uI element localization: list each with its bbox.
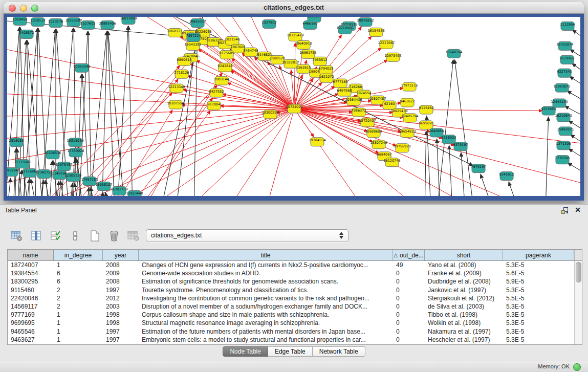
graph-node[interactable]: 16648794 bbox=[445, 49, 462, 58]
graph-node[interactable]: 6379197 bbox=[453, 142, 468, 151]
close-panel-icon[interactable]: ✕ bbox=[575, 206, 581, 214]
graph-edge[interactable] bbox=[117, 26, 128, 196]
graph-node[interactable]: 16154838 bbox=[367, 28, 384, 36]
graph-edge[interactable] bbox=[186, 112, 291, 196]
graph-node[interactable]: 20206536 bbox=[44, 150, 61, 159]
graph-node[interactable]: 9215953 bbox=[541, 106, 556, 115]
graph-node[interactable]: 19218986 bbox=[336, 25, 353, 34]
graph-edge[interactable] bbox=[227, 113, 292, 196]
graph-node[interactable]: 20364436 bbox=[345, 97, 362, 105]
graph-node[interactable]: 16120746 bbox=[383, 158, 400, 167]
table-row[interactable]: 1872400712008Changes of HCN gene express… bbox=[8, 261, 574, 269]
graph-node[interactable]: 391594 bbox=[7, 168, 18, 177]
column-header-out_de[interactable]: △out_de... bbox=[393, 250, 425, 260]
window-titlebar[interactable]: citations_edges.txt bbox=[4, 2, 584, 14]
graph-node[interactable]: 18724007 bbox=[286, 104, 302, 113]
graph-node[interactable]: 17359928 bbox=[67, 148, 84, 157]
graph-edge[interactable] bbox=[7, 178, 11, 196]
graph-node[interactable]: 2516085 bbox=[9, 138, 24, 147]
graph-node[interactable]: 9129966 bbox=[560, 55, 575, 64]
graph-edge[interactable] bbox=[572, 63, 580, 75]
graph-edge[interactable] bbox=[294, 43, 295, 104]
graph-edge[interactable] bbox=[298, 82, 322, 105]
table-row[interactable]: 1938455462009Genome-wide association stu… bbox=[8, 269, 574, 277]
graph-node[interactable]: 10975487 bbox=[55, 162, 72, 171]
combo-stepper-icon[interactable] bbox=[339, 231, 344, 239]
graph-edge[interactable] bbox=[7, 109, 290, 117]
graph-node[interactable]: 20891406 bbox=[99, 20, 116, 29]
graph-edge[interactable] bbox=[297, 113, 365, 196]
graph-node[interactable]: 1821546 bbox=[225, 36, 240, 45]
table-row[interactable]: 911546021997Tourette syndrome. Phenomeno… bbox=[8, 286, 574, 294]
graph-node[interactable]: 62160 bbox=[383, 101, 396, 110]
table-row[interactable]: 946362711997Embryonic stem cells: a mode… bbox=[8, 336, 574, 344]
table-row[interactable]: 969969511998Structural magnetic resonanc… bbox=[8, 319, 574, 327]
vertical-scrollbar[interactable] bbox=[574, 261, 582, 344]
graph-edge[interactable] bbox=[569, 149, 580, 161]
graph-edge[interactable] bbox=[546, 117, 549, 196]
graph-node[interactable]: 9358923 bbox=[442, 135, 456, 144]
graph-edge[interactable] bbox=[71, 62, 187, 196]
network-view[interactable]: 1872400718300295193845548860123891295418… bbox=[7, 17, 580, 196]
graph-node[interactable]: 8813054 bbox=[307, 17, 322, 22]
graph-node[interactable]: 18325419 bbox=[287, 32, 303, 41]
graph-node[interactable]: 19654923 bbox=[399, 129, 416, 138]
graph-node[interactable]: 12213987 bbox=[378, 40, 395, 49]
column-header-in_degree[interactable]: in_degree bbox=[54, 250, 103, 260]
graph-node[interactable]: 7857224 bbox=[186, 33, 201, 41]
graph-node[interactable]: 1527602 bbox=[81, 20, 96, 29]
graph-edge[interactable] bbox=[298, 86, 335, 106]
graph-node[interactable]: 6497568 bbox=[337, 87, 352, 96]
graph-edge[interactable] bbox=[86, 187, 89, 196]
graph-node[interactable]: 9463627 bbox=[400, 98, 415, 107]
modify-table-icon[interactable] bbox=[10, 229, 24, 243]
float-panel-icon[interactable] bbox=[561, 207, 569, 213]
graph-node[interactable]: 1271306 bbox=[556, 141, 571, 150]
select-rows-icon[interactable] bbox=[49, 229, 62, 243]
graph-node[interactable]: 8427552 bbox=[209, 89, 224, 97]
graph-edge[interactable] bbox=[461, 152, 465, 196]
graph-node[interactable]: 6794028 bbox=[319, 65, 334, 74]
column-header-title[interactable]: title bbox=[139, 250, 393, 260]
graph-node[interactable]: 1000458 bbox=[13, 17, 28, 25]
graph-node[interactable]: 2223176 bbox=[49, 18, 63, 27]
scrollbar-thumb[interactable] bbox=[576, 262, 581, 282]
graph-edge[interactable] bbox=[27, 179, 29, 196]
graph-edge[interactable] bbox=[299, 110, 580, 145]
graph-node[interactable]: 18300295 bbox=[262, 110, 278, 119]
delete-table-icon[interactable] bbox=[107, 229, 121, 243]
graph-node[interactable]: 12213349 bbox=[168, 84, 185, 93]
graph-node[interactable]: 16782759 bbox=[111, 187, 127, 195]
column-header-pagerank[interactable]: pagerank bbox=[503, 250, 574, 260]
graph-node[interactable]: 12444194 bbox=[551, 99, 568, 107]
graph-node[interactable]: 17973115 bbox=[401, 82, 418, 91]
graph-node[interactable]: 9890615 bbox=[177, 57, 192, 65]
graph-node[interactable]: 16210643 bbox=[555, 113, 572, 122]
graph-node[interactable]: 18640910 bbox=[295, 40, 312, 49]
column-header-name[interactable]: name bbox=[8, 250, 54, 260]
graph-edge[interactable] bbox=[567, 91, 580, 103]
graph-edge[interactable] bbox=[145, 112, 291, 196]
tab-network-table[interactable]: Network Table bbox=[313, 346, 365, 357]
graph-node[interactable]: 10688609 bbox=[365, 129, 382, 138]
graph-node[interactable]: 12923448 bbox=[126, 191, 143, 196]
graph-edge[interactable] bbox=[449, 145, 452, 196]
graph-node[interactable]: 19384554 bbox=[309, 138, 325, 146]
show-columns-icon[interactable] bbox=[30, 229, 43, 243]
graph-edge[interactable] bbox=[573, 30, 580, 41]
graph-node[interactable]: 12093872 bbox=[553, 83, 570, 92]
table-row[interactable]: 1456911722003Disruption of a novel membe… bbox=[8, 302, 574, 311]
graph-node[interactable]: 2405572 bbox=[19, 30, 34, 38]
graph-node[interactable]: 10553287 bbox=[65, 17, 82, 26]
column-header-year[interactable]: year bbox=[103, 250, 139, 260]
graph-edge[interactable] bbox=[88, 31, 92, 196]
graph-edge[interactable] bbox=[299, 110, 580, 185]
graph-node[interactable]: 7986372 bbox=[352, 108, 366, 117]
graph-edge[interactable] bbox=[570, 76, 580, 88]
table-row[interactable]: 946554611997Estimation of the future num… bbox=[8, 327, 574, 336]
graph-node[interactable]: 20876852 bbox=[357, 17, 374, 26]
graph-node[interactable]: 1112954 bbox=[560, 21, 575, 30]
graph-node[interactable]: 2030113 bbox=[31, 17, 46, 26]
graph-node[interactable]: 12342757 bbox=[35, 170, 52, 179]
table-row[interactable]: 1830029562008Estimation of significance … bbox=[8, 277, 574, 286]
